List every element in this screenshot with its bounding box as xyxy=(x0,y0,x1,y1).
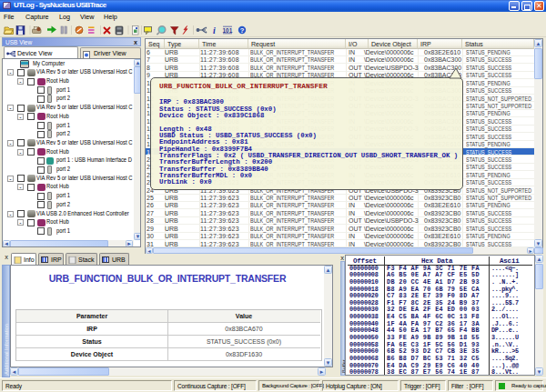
svg-text:i: i xyxy=(213,25,216,35)
svg-text:101: 101 xyxy=(223,27,233,34)
svg-text:?: ? xyxy=(240,26,245,35)
